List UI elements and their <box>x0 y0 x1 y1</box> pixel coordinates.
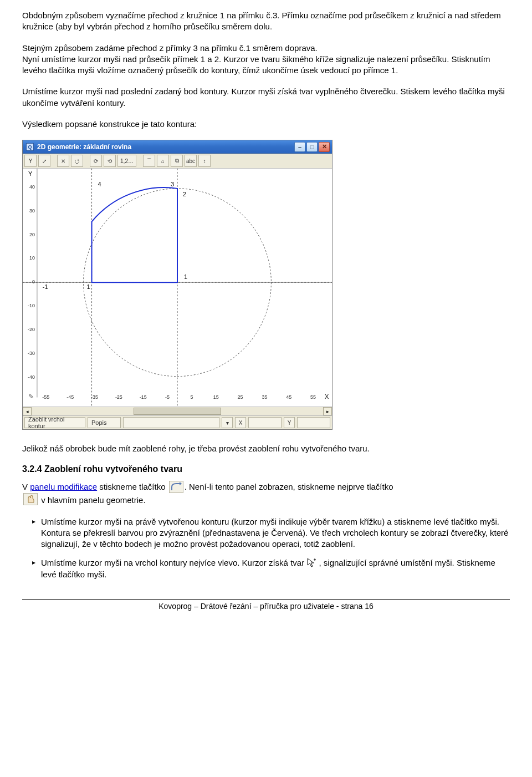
tool-ortho[interactable]: ⤢ <box>38 155 50 167</box>
svg-text:Y: Y <box>28 170 33 177</box>
scroll-track[interactable] <box>32 407 323 415</box>
tool-text[interactable]: abc <box>185 155 197 167</box>
svg-text:25: 25 <box>238 394 243 400</box>
paragraph-4: Výsledkem popsané konstrukce je tato kon… <box>22 119 510 130</box>
scroll-right-button[interactable]: ▸ <box>323 407 332 415</box>
status-y-label: Y <box>284 417 295 428</box>
footer-divider <box>22 599 510 600</box>
svg-text:-20: -20 <box>28 327 35 332</box>
svg-text:-35: -35 <box>91 394 98 400</box>
tool-updown[interactable]: ↕ <box>198 155 211 167</box>
svg-text:✎: ✎ <box>28 393 34 400</box>
list-item: Umístíme kurzor myši na právě vytvořenou… <box>32 516 510 550</box>
close-button[interactable]: ✕ <box>319 142 330 152</box>
minimize-button[interactable]: – <box>294 142 305 152</box>
svg-text:35: 35 <box>262 394 267 400</box>
titlebar[interactable]: Q 2D geometrie: základní rovina – □ ✕ <box>23 140 332 154</box>
status-action: Zaoblit vrchol kontur <box>24 417 85 428</box>
status-x-value[interactable] <box>248 417 282 428</box>
svg-text:-5: -5 <box>165 394 170 400</box>
paragraph-2: Stejným způsobem zadáme přechod z přímky… <box>22 43 510 77</box>
status-y-value[interactable] <box>297 417 330 428</box>
toolbar: Y ⤢ ✕ ⭯ ⟳ ⟲ 1,2… ⌒ ⌂ ⧉ abc ↕ <box>23 154 332 169</box>
svg-text:-15: -15 <box>140 394 147 400</box>
paragraph-1: Obdobným způsobem vyznačíme přechod z kr… <box>22 10 510 33</box>
tool-refresh[interactable]: ⭯ <box>71 155 83 167</box>
tool-redo[interactable]: ⟲ <box>104 155 116 167</box>
maximize-button[interactable]: □ <box>306 142 318 152</box>
paragraph-3: Umístíme kurzor myši nad poslední zadaný… <box>22 86 510 109</box>
svg-text:1: 1 <box>87 283 90 290</box>
text-run: v hlavním panelu geometrie. <box>41 495 145 505</box>
heading-3-2-4: 3.2.4 Zaoblení rohu vytvořeného tvaru <box>22 464 510 474</box>
text-run: V <box>22 482 30 491</box>
status-dropdown[interactable]: ▾ <box>222 417 233 428</box>
svg-text:0: 0 <box>32 279 35 285</box>
status-popis[interactable]: Popis <box>88 417 121 428</box>
svg-text:-30: -30 <box>28 351 35 356</box>
tool-shape[interactable]: ⧉ <box>171 155 183 167</box>
svg-text:20: 20 <box>29 232 35 237</box>
hand-button-icon[interactable] <box>23 493 38 505</box>
list-item: Umístíme kurzor myši na vrchol kontury n… <box>32 557 510 580</box>
tool-arc[interactable]: ⌒ <box>143 155 155 167</box>
svg-text:-10: -10 <box>28 303 35 308</box>
status-x-label: X <box>235 417 246 428</box>
cursor-plus-icon <box>306 557 316 567</box>
svg-text:55: 55 <box>310 394 316 400</box>
status-gap <box>123 417 219 428</box>
svg-text:40: 40 <box>29 184 35 190</box>
plot-area[interactable]: -55-45 -35-25 -15-5 515 2535 4555 4030 2… <box>23 169 332 407</box>
svg-text:2: 2 <box>183 191 186 197</box>
paragraph-5: Jelikož náš obrobek bude mít zaoblené ro… <box>22 443 510 454</box>
tool-numbers[interactable]: 1,2… <box>117 155 136 167</box>
tool-home[interactable]: ⌂ <box>157 155 169 167</box>
svg-text:-25: -25 <box>115 394 122 400</box>
svg-text:15: 15 <box>213 394 219 400</box>
statusbar: Zaoblit vrchol kontur Popis ▾ X Y <box>23 416 332 429</box>
svg-text:-40: -40 <box>28 374 35 380</box>
svg-text:5: 5 <box>190 394 193 400</box>
text-run: . Není-li tento panel zobrazen, stisknem… <box>185 482 393 491</box>
text-run: Umístíme kurzor myši na vrchol kontury n… <box>41 558 306 567</box>
cad-window: Q 2D geometrie: základní rovina – □ ✕ Y … <box>22 140 332 430</box>
fillet-button-icon[interactable] <box>169 481 183 493</box>
svg-text:4: 4 <box>98 181 101 187</box>
link-panel-modifikace[interactable]: panelu modifikace <box>30 482 97 491</box>
window-title: 2D geometrie: základní rovina <box>37 143 131 151</box>
text-run: stiskneme tlačítko <box>97 482 168 491</box>
svg-text:1: 1 <box>184 273 187 280</box>
tool-undo[interactable]: ⟳ <box>90 155 102 167</box>
svg-text:-55: -55 <box>42 394 49 400</box>
scroll-left-button[interactable]: ◂ <box>23 407 32 415</box>
scroll-thumb[interactable] <box>134 408 221 415</box>
horizontal-scrollbar[interactable]: ◂ ▸ <box>23 407 332 416</box>
tool-y[interactable]: Y <box>24 155 37 167</box>
page-footer: Kovoprog – Drátové řezání – příručka pro… <box>0 602 532 618</box>
svg-text:3: 3 <box>171 181 174 187</box>
svg-text:-45: -45 <box>66 394 74 400</box>
app-icon: Q <box>26 143 34 151</box>
svg-text:45: 45 <box>286 394 291 400</box>
svg-text:10: 10 <box>29 255 35 261</box>
svg-text:30: 30 <box>29 208 35 214</box>
tool-delete[interactable]: ✕ <box>57 155 69 167</box>
svg-text:X: X <box>325 393 329 400</box>
paragraph-6: V panelu modifikace stiskneme tlačítko .… <box>22 481 510 506</box>
svg-text:-1: -1 <box>43 283 48 290</box>
